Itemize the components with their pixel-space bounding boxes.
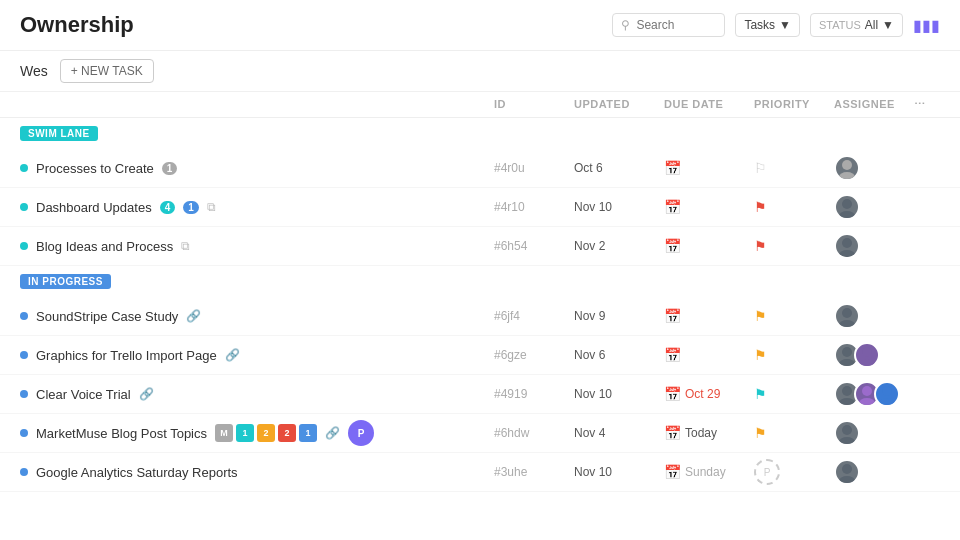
task-dot: [20, 164, 28, 172]
task-assignee: [830, 194, 910, 220]
svg-point-17: [879, 398, 895, 405]
task-assignee: [830, 233, 910, 259]
task-name-cell: Dashboard Updates 4 1 ⧉: [20, 200, 490, 215]
task-name-cell: MarketMuse Blog Post Topics M 1 2 2 1 🔗 …: [20, 420, 490, 446]
svg-point-11: [859, 359, 875, 366]
flag-icon: ⚐: [754, 160, 767, 176]
task-name: Graphics for Trello Import Page: [36, 348, 217, 363]
table-row[interactable]: Graphics for Trello Import Page 🔗 #6gze …: [0, 336, 960, 375]
sub-header: Wes + NEW TASK: [0, 51, 960, 92]
tasks-dropdown[interactable]: Tasks ▼: [735, 13, 800, 37]
task-updated: Nov 4: [570, 426, 660, 440]
task-id: #4919: [490, 387, 570, 401]
svg-point-10: [862, 347, 872, 357]
task-dot: [20, 312, 28, 320]
avatar: [834, 194, 860, 220]
task-name-cell: Processes to Create 1: [20, 161, 490, 176]
task-id: #3uhe: [490, 465, 570, 479]
svg-point-5: [839, 250, 855, 257]
calendar-icon: 📅: [664, 199, 681, 215]
calendar-icon: 📅: [664, 386, 681, 402]
task-assignee: [830, 420, 910, 446]
task-due: 📅 Oct 29: [660, 386, 750, 402]
calendar-icon: 📅: [664, 347, 681, 363]
svg-point-15: [859, 398, 875, 405]
svg-point-0: [842, 160, 852, 170]
tag-icon-5: 1: [299, 424, 317, 442]
calendar-icon: 📅: [664, 238, 681, 254]
avatar: [834, 420, 860, 446]
status-filter[interactable]: STATUS All ▼: [810, 13, 903, 37]
task-assignee: [830, 459, 910, 485]
app-container: Ownership ⚲ Tasks ▼ STATUS All ▼ ▮▮▮ Wes…: [0, 0, 960, 540]
task-due: 📅 Sunday: [660, 464, 750, 480]
task-dot: [20, 390, 28, 398]
link-icon: 🔗: [225, 348, 240, 362]
task-dot: [20, 429, 28, 437]
task-name-cell: Blog Ideas and Process ⧉: [20, 239, 490, 254]
in-progress-header: IN PROGRESS: [0, 266, 960, 297]
col-id: ID: [490, 98, 570, 111]
flag-icon: ⚑: [754, 347, 767, 363]
svg-point-13: [839, 398, 855, 405]
task-assignee: [830, 381, 910, 407]
task-updated: Oct 6: [570, 161, 660, 175]
task-priority: ⚑: [750, 238, 830, 254]
svg-point-4: [842, 238, 852, 248]
task-assignee: [830, 342, 910, 368]
task-name-cell: SoundStripe Case Study 🔗: [20, 309, 490, 324]
calendar-icon: 📅: [664, 160, 681, 176]
task-priority: ⚑: [750, 425, 830, 441]
task-id: #4r10: [490, 200, 570, 214]
task-table: ID UPDATED DUE DATE PRIORITY ASSIGNEE ⋯ …: [0, 92, 960, 540]
table-row[interactable]: Google Analytics Saturday Reports #3uhe …: [0, 453, 960, 492]
person-icon: P: [348, 420, 374, 446]
table-row[interactable]: SoundStripe Case Study 🔗 #6jf4 Nov 9 📅 ⚑: [0, 297, 960, 336]
calendar-icon: 📅: [664, 425, 681, 441]
task-badge-count: 4: [160, 201, 176, 214]
flag-icon: ⚑: [754, 425, 767, 441]
chevron-down-icon: ▼: [779, 18, 791, 32]
task-name-cell: Clear Voice Trial 🔗: [20, 387, 490, 402]
col-assignee: ASSIGNEE: [830, 98, 910, 111]
svg-point-21: [839, 476, 855, 483]
task-name: Clear Voice Trial: [36, 387, 131, 402]
link-icon: 🔗: [325, 426, 340, 440]
tag-icons: M 1 2 2 1: [215, 424, 317, 442]
svg-point-1: [839, 172, 855, 179]
search-input[interactable]: [636, 18, 716, 32]
header-actions: ⚲ Tasks ▼ STATUS All ▼ ▮▮▮: [612, 13, 940, 37]
status-label: STATUS: [819, 19, 861, 31]
task-name: Processes to Create: [36, 161, 154, 176]
task-updated: Nov 6: [570, 348, 660, 362]
task-due: 📅: [660, 238, 750, 254]
search-box[interactable]: ⚲: [612, 13, 725, 37]
task-updated: Nov 9: [570, 309, 660, 323]
task-updated: Nov 10: [570, 200, 660, 214]
avatar: [834, 233, 860, 259]
table-header: ID UPDATED DUE DATE PRIORITY ASSIGNEE ⋯: [0, 92, 960, 118]
task-name: Dashboard Updates: [36, 200, 152, 215]
table-row[interactable]: MarketMuse Blog Post Topics M 1 2 2 1 🔗 …: [0, 414, 960, 453]
task-badge: 1: [162, 162, 178, 175]
table-row[interactable]: Clear Voice Trial 🔗 #4919 Nov 10 📅 Oct 2…: [0, 375, 960, 414]
svg-point-8: [842, 347, 852, 357]
filter-button[interactable]: ▮▮▮: [913, 16, 940, 35]
calendar-icon: 📅: [664, 464, 681, 480]
table-row[interactable]: Processes to Create 1 #4r0u Oct 6 📅 ⚐: [0, 149, 960, 188]
svg-point-7: [839, 320, 855, 327]
tag-icon-1: M: [215, 424, 233, 442]
task-id: #6jf4: [490, 309, 570, 323]
new-task-button[interactable]: + NEW TASK: [60, 59, 154, 83]
svg-point-20: [842, 464, 852, 474]
task-assignee: [830, 303, 910, 329]
avatar: [834, 459, 860, 485]
table-row[interactable]: Blog Ideas and Process ⧉ #6h54 Nov 2 📅 ⚑: [0, 227, 960, 266]
task-assignee: [830, 155, 910, 181]
flag-icon: ⚑: [754, 199, 767, 215]
table-row[interactable]: Dashboard Updates 4 1 ⧉ #4r10 Nov 10 📅 ⚑: [0, 188, 960, 227]
task-updated: Nov 10: [570, 387, 660, 401]
search-icon: ⚲: [621, 18, 630, 32]
svg-point-2: [842, 199, 852, 209]
user-name: Wes: [20, 63, 48, 79]
